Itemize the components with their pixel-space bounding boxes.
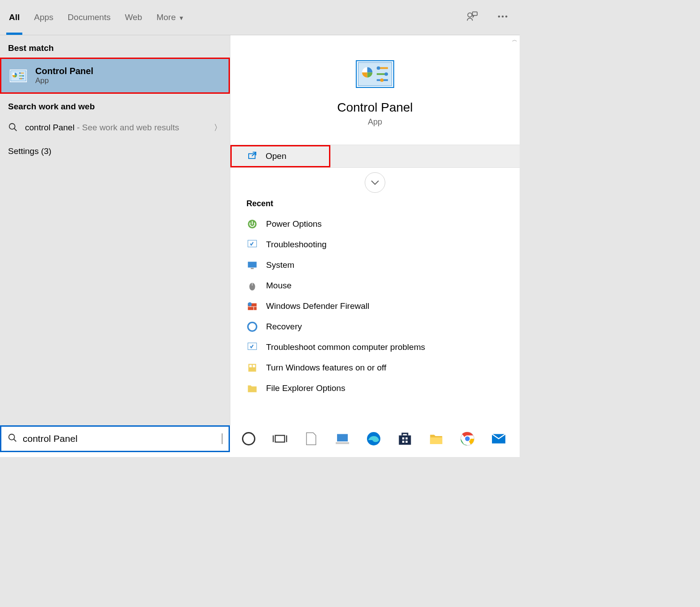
recent-power-options[interactable]: Power Options bbox=[246, 214, 504, 234]
svg-rect-47 bbox=[336, 442, 349, 445]
file-explorer-icon[interactable] bbox=[428, 431, 444, 447]
firewall-icon bbox=[246, 300, 258, 312]
store-icon[interactable] bbox=[397, 431, 413, 447]
chrome-icon[interactable] bbox=[459, 431, 475, 447]
best-match-subtitle: App bbox=[35, 76, 93, 85]
svg-rect-52 bbox=[402, 441, 404, 443]
tab-all[interactable]: All bbox=[9, 9, 20, 26]
svg-rect-38 bbox=[250, 365, 252, 367]
search-input[interactable] bbox=[23, 433, 218, 444]
recent-file-explorer-options[interactable]: File Explorer Options bbox=[246, 378, 504, 399]
svg-point-18 bbox=[377, 67, 380, 70]
svg-rect-1 bbox=[472, 12, 477, 16]
windows-features-icon bbox=[246, 362, 258, 374]
svg-point-20 bbox=[384, 72, 388, 76]
tab-documents[interactable]: Documents bbox=[68, 9, 111, 26]
search-icon bbox=[8, 433, 17, 445]
svg-rect-43 bbox=[275, 436, 285, 442]
recovery-icon bbox=[246, 321, 258, 333]
chevron-down-icon: ▼ bbox=[179, 15, 184, 21]
svg-rect-46 bbox=[337, 434, 348, 442]
recent-troubleshoot-problems[interactable]: Troubleshoot common computer problems bbox=[246, 337, 504, 358]
svg-rect-26 bbox=[248, 262, 257, 267]
recent-item-label: Power Options bbox=[266, 219, 322, 229]
open-button[interactable]: Open bbox=[230, 145, 330, 167]
recent-item-label: System bbox=[266, 260, 294, 270]
svg-rect-39 bbox=[253, 365, 255, 367]
svg-rect-51 bbox=[406, 437, 408, 440]
mouse-icon bbox=[246, 280, 258, 291]
recent-system[interactable]: System bbox=[246, 255, 504, 275]
task-view-icon[interactable] bbox=[272, 431, 288, 447]
recent-windows-features[interactable]: Turn Windows features on or off bbox=[246, 358, 504, 378]
control-panel-icon bbox=[9, 69, 27, 83]
recent-recovery[interactable]: Recovery bbox=[246, 316, 504, 337]
tab-more[interactable]: More▼ bbox=[156, 9, 184, 26]
tab-web[interactable]: Web bbox=[125, 9, 142, 26]
best-match-control-panel[interactable]: Control Panel App bbox=[0, 58, 230, 94]
svg-point-2 bbox=[498, 16, 500, 18]
svg-rect-27 bbox=[251, 268, 254, 269]
troubleshooting-icon bbox=[246, 239, 258, 250]
svg-rect-50 bbox=[402, 437, 404, 440]
recent-item-label: File Explorer Options bbox=[266, 383, 345, 393]
folder-options-icon bbox=[246, 382, 258, 394]
recent-item-label: Mouse bbox=[266, 281, 292, 291]
svg-rect-54 bbox=[430, 437, 442, 444]
svg-point-34 bbox=[248, 302, 252, 306]
results-list: Best match Control Panel App Search work… bbox=[0, 35, 230, 425]
svg-rect-53 bbox=[406, 441, 408, 443]
recent-firewall[interactable]: Windows Defender Firewall bbox=[246, 296, 504, 316]
more-options-icon[interactable] bbox=[496, 10, 509, 25]
tab-apps[interactable]: Apps bbox=[34, 9, 53, 26]
svg-rect-49 bbox=[399, 436, 411, 445]
chevron-right-icon: 〉 bbox=[214, 122, 222, 133]
web-search-text: control Panel - See work and web results bbox=[25, 123, 208, 133]
edge-icon[interactable] bbox=[366, 431, 382, 447]
detail-pane: ︿ Control Panel App Open R bbox=[230, 35, 520, 425]
feedback-icon[interactable] bbox=[465, 10, 478, 25]
open-label: Open bbox=[266, 151, 286, 161]
svg-point-42 bbox=[243, 433, 255, 445]
taskbar bbox=[0, 425, 520, 452]
best-match-title: Control Panel bbox=[35, 66, 93, 76]
svg-point-13 bbox=[9, 124, 15, 129]
search-filter-tabs: All Apps Documents Web More▼ bbox=[0, 0, 520, 35]
recent-item-label: Troubleshoot common computer problems bbox=[266, 342, 425, 352]
recent-item-label: Windows Defender Firewall bbox=[266, 301, 369, 311]
web-search-header: Search work and web bbox=[0, 94, 230, 116]
notepad-icon[interactable] bbox=[303, 431, 319, 447]
detail-subtitle: App bbox=[368, 117, 382, 127]
scroll-up-arrow[interactable]: ︿ bbox=[511, 36, 519, 44]
expand-button[interactable] bbox=[365, 172, 385, 193]
svg-point-12 bbox=[21, 78, 22, 79]
svg-point-3 bbox=[502, 16, 504, 18]
svg-point-22 bbox=[380, 79, 384, 82]
recent-troubleshooting[interactable]: Troubleshooting bbox=[246, 234, 504, 255]
recent-item-label: Turn Windows features on or off bbox=[266, 363, 386, 373]
search-icon bbox=[8, 122, 19, 133]
recent-header: Recent bbox=[246, 199, 504, 208]
svg-point-40 bbox=[9, 434, 15, 440]
mail-icon[interactable] bbox=[491, 431, 507, 447]
svg-point-0 bbox=[468, 13, 472, 17]
svg-point-4 bbox=[505, 16, 508, 18]
svg-point-8 bbox=[19, 72, 21, 74]
laptop-icon[interactable] bbox=[334, 431, 350, 447]
svg-point-10 bbox=[22, 75, 24, 77]
recent-item-label: Troubleshooting bbox=[266, 240, 327, 249]
control-panel-icon-large bbox=[356, 60, 394, 88]
system-icon bbox=[246, 259, 258, 271]
power-options-icon bbox=[246, 218, 258, 230]
open-icon bbox=[248, 151, 258, 161]
svg-line-14 bbox=[14, 129, 17, 131]
taskbar-search-box[interactable] bbox=[0, 425, 230, 452]
recent-item-label: Recovery bbox=[266, 322, 302, 332]
recent-mouse[interactable]: Mouse bbox=[246, 275, 504, 296]
settings-results[interactable]: Settings (3) bbox=[0, 139, 230, 163]
cortana-icon[interactable] bbox=[241, 431, 257, 447]
detail-title: Control Panel bbox=[337, 100, 413, 115]
svg-line-41 bbox=[14, 439, 17, 442]
troubleshoot-icon bbox=[246, 341, 258, 353]
web-search-result[interactable]: control Panel - See work and web results… bbox=[0, 116, 230, 139]
